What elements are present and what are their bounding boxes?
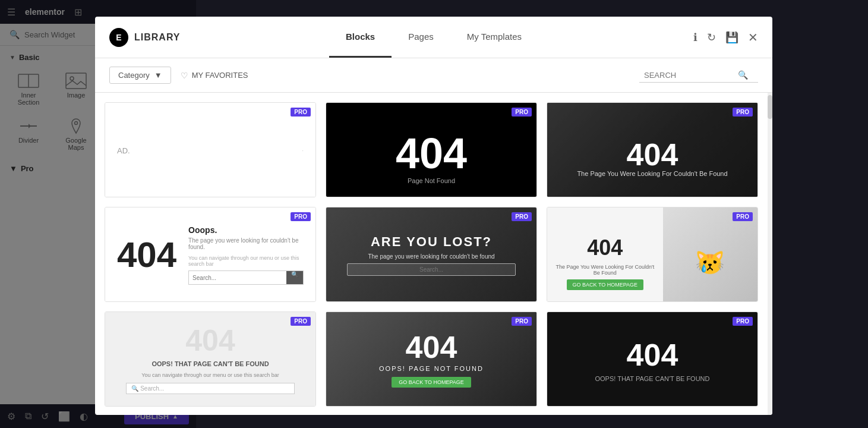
modal-header: E LIBRARY Blocks Pages My Templates ℹ ↻ …: [95, 17, 772, 58]
save-icon[interactable]: 💾: [725, 31, 738, 44]
pro-badge: PRO: [291, 212, 311, 221]
modal-header-icons: ℹ ↻ 💾 ✕: [693, 30, 758, 45]
tab-blocks[interactable]: Blocks: [329, 17, 392, 58]
pro-badge: PRO: [512, 317, 532, 326]
template-preview-ooops: 404 Ooops. The page you were looking for…: [105, 207, 315, 302]
template-search-input[interactable]: [644, 71, 733, 80]
pro-badge: PRO: [733, 108, 753, 117]
modal-title: LIBRARY: [134, 32, 181, 43]
category-select[interactable]: Category ▼: [109, 67, 171, 84]
templates-grid: PRO AD. · PRO 404 Page Not Found: [95, 93, 768, 415]
template-preview-dark-bottom: 404 OOPS! THAT PAGE CAN'T BE FOUND: [547, 312, 757, 407]
template-preview-lost: ARE YOU LOST? The page you were looking …: [326, 207, 536, 302]
pro-badge: PRO: [512, 212, 532, 221]
pro-badge: PRO: [291, 317, 311, 326]
library-modal: E LIBRARY Blocks Pages My Templates ℹ ↻ …: [95, 17, 772, 415]
search-bar: 🔍: [639, 68, 758, 83]
template-preview-man: 404 OOPS! PAGE NOT FOUND GO BACK TO HOME…: [326, 312, 536, 407]
close-icon[interactable]: ✕: [748, 30, 758, 45]
template-card-oops-light[interactable]: PRO 404 OOPS! THAT PAGE CAN'T BE FOUND Y…: [105, 311, 316, 407]
tab-pages[interactable]: Pages: [392, 17, 450, 58]
modal-overlay: E LIBRARY Blocks Pages My Templates ℹ ↻ …: [0, 0, 868, 428]
info-icon[interactable]: ℹ: [693, 31, 697, 44]
template-preview-ad: AD. ·: [105, 103, 315, 197]
template-preview-keyboard: 404 The Page You Were Looking For Couldn…: [547, 103, 757, 197]
pro-badge: PRO: [733, 317, 753, 326]
scrollbar-track[interactable]: [768, 93, 772, 415]
template-preview-oops-light: 404 OOPS! THAT PAGE CAN'T BE FOUND You c…: [105, 312, 315, 407]
modal-content: PRO AD. · PRO 404 Page Not Found: [95, 93, 772, 415]
category-chevron-icon: ▼: [154, 71, 162, 80]
search-submit-icon[interactable]: 🔍: [738, 70, 748, 80]
template-card-dark-bottom[interactable]: PRO 404 OOPS! THAT PAGE CAN'T BE FOUND: [547, 311, 758, 407]
template-card-404-baby[interactable]: PRO 404 The Page You Were Looking For Co…: [547, 207, 758, 302]
template-preview-baby: 404 The Page You Were Looking For Couldn…: [547, 207, 757, 302]
favorites-button[interactable]: ♡ MY FAVORITES: [181, 71, 248, 80]
template-card-ad[interactable]: PRO AD. ·: [105, 102, 316, 197]
refresh-icon[interactable]: ↻: [707, 31, 716, 44]
template-card-404-black[interactable]: PRO 404 Page Not Found: [326, 102, 537, 197]
template-card-404-keyboard[interactable]: PRO 404 The Page You Were Looking For Co…: [547, 102, 758, 197]
template-card-404-ooops[interactable]: PRO 404 Ooops. The page you were looking…: [105, 207, 316, 302]
modal-toolbar: Category ▼ ♡ MY FAVORITES 🔍: [95, 58, 772, 93]
tab-my-templates[interactable]: My Templates: [450, 17, 538, 58]
template-card-404-man[interactable]: PRO 404 OOPS! PAGE NOT FOUND GO BACK TO …: [326, 311, 537, 407]
scrollbar-thumb[interactable]: [768, 95, 772, 119]
modal-tabs: Blocks Pages My Templates: [329, 17, 538, 58]
pro-badge: PRO: [512, 108, 532, 117]
modal-logo: E: [109, 28, 128, 47]
pro-badge: PRO: [291, 108, 311, 117]
pro-badge: PRO: [733, 212, 753, 221]
template-preview-404-black: 404 Page Not Found: [326, 103, 536, 197]
template-card-are-you-lost[interactable]: PRO ARE YOU LOST? The page you were look…: [326, 207, 537, 302]
heart-icon: ♡: [181, 71, 188, 80]
